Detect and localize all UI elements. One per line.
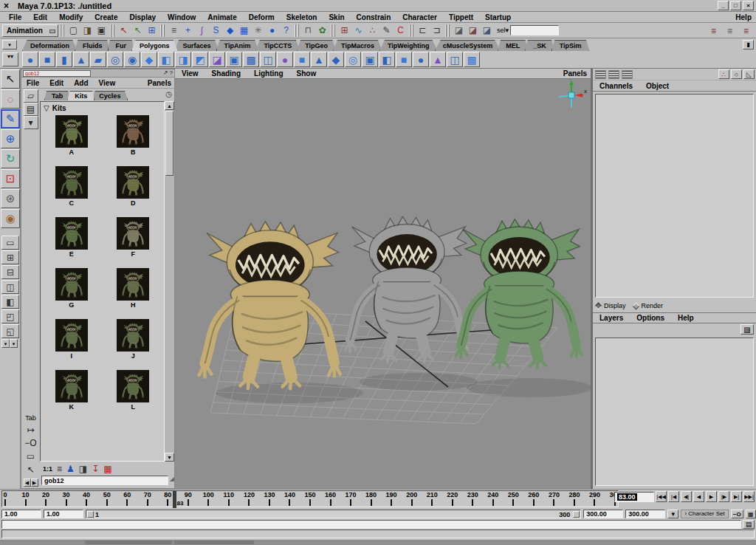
duplicate-face-icon[interactable]: ▩ bbox=[464, 52, 480, 67]
layout-persp-graph[interactable]: ◱ bbox=[1, 324, 19, 338]
quick-select-input[interactable] bbox=[510, 25, 559, 35]
kit-thumbnail-G[interactable] bbox=[55, 268, 88, 301]
kit-thumbnail-I[interactable] bbox=[55, 319, 88, 352]
tear-off-icon[interactable]: ↗ ? bbox=[163, 69, 173, 76]
import-icon[interactable]: ↧ bbox=[92, 464, 99, 474]
boolean-intersect-icon[interactable]: ◫ bbox=[260, 52, 276, 67]
select-component-icon[interactable]: ⊞ bbox=[145, 24, 159, 37]
magnet-icon[interactable]: C bbox=[394, 24, 408, 37]
lock-icon[interactable]: ⊓ bbox=[301, 24, 315, 37]
poly-sphere-icon[interactable]: ● bbox=[22, 52, 38, 67]
rotate-tool[interactable]: ↻ bbox=[1, 149, 20, 168]
subdiv-proxy-icon[interactable]: ◧ bbox=[158, 52, 174, 67]
play-forward-button[interactable]: ▶ bbox=[706, 491, 717, 502]
bevel-icon[interactable]: ▲ bbox=[311, 52, 327, 67]
panel-toggle-2-icon[interactable]: ≡ bbox=[723, 24, 737, 38]
render-current-frame-icon[interactable]: ◪ bbox=[452, 24, 466, 37]
visor-tab-tab[interactable]: Tab bbox=[44, 91, 70, 100]
highlight-mode-icon[interactable]: ≡ bbox=[167, 24, 181, 37]
poly-cube-icon[interactable]: ■ bbox=[39, 52, 55, 67]
shelf-tab-tipccts[interactable]: TipCCTS bbox=[255, 40, 300, 51]
shelf-tab-fur[interactable]: Fur bbox=[108, 40, 135, 51]
character-set-dropdown-icon[interactable]: ▼ bbox=[667, 510, 678, 518]
set-key-icon[interactable]: ↦ bbox=[24, 423, 38, 436]
channel-menu-channels[interactable]: Channels bbox=[593, 82, 639, 90]
kit-thumbnail-H[interactable] bbox=[117, 268, 149, 301]
menu-skin[interactable]: Skin bbox=[323, 13, 350, 21]
snap-plane-icon[interactable]: ◆ bbox=[223, 24, 237, 37]
shelf-tab-tipgeo[interactable]: TipGeo bbox=[297, 40, 336, 51]
kit-thumbnail-F[interactable] bbox=[117, 217, 149, 250]
playback-end-field[interactable] bbox=[583, 510, 623, 518]
boolean-union-icon[interactable]: ▣ bbox=[226, 52, 242, 67]
scroll-up-icon[interactable]: ▲ bbox=[165, 101, 174, 110]
cut-faces-icon[interactable]: ▣ bbox=[362, 52, 378, 67]
help-icon[interactable]: ? bbox=[279, 24, 293, 37]
kit-thumbnail-J[interactable] bbox=[117, 319, 149, 352]
speed-state-icon[interactable]: ○ bbox=[731, 69, 742, 79]
viewport-menu-panels[interactable]: Panels bbox=[563, 69, 587, 78]
extrude-icon[interactable]: ■ bbox=[294, 52, 310, 67]
menu-animate[interactable]: Animate bbox=[202, 13, 242, 21]
boolean-diff-icon[interactable]: ▩ bbox=[243, 52, 259, 67]
points-icon[interactable]: ∴ bbox=[365, 24, 379, 37]
curve-icon[interactable]: ∿ bbox=[351, 24, 365, 37]
shelf-tab-tipsim[interactable]: TipSim bbox=[551, 40, 590, 51]
show-manipulators-icon[interactable]: ∴ bbox=[718, 69, 729, 79]
menu-display[interactable]: Display bbox=[123, 13, 162, 21]
shelf-tab-mel[interactable]: MEL bbox=[498, 40, 528, 51]
insert-edge-loop-icon[interactable]: ■ bbox=[396, 52, 412, 67]
input-connections-icon[interactable]: ⊏ bbox=[416, 24, 430, 37]
key-icon[interactable]: −O bbox=[24, 436, 38, 450]
kits-list-area[interactable]: ▽ Kits ABCDEFGHIJKL bbox=[40, 101, 165, 462]
separate-icon[interactable]: ◩ bbox=[192, 52, 208, 67]
filter-icon[interactable]: ≡ bbox=[57, 464, 62, 474]
menu-modify[interactable]: Modify bbox=[53, 13, 89, 21]
kit-thumbnail-B[interactable] bbox=[117, 115, 149, 148]
scrollbar-thumb[interactable] bbox=[165, 111, 173, 176]
menu-constrain[interactable]: Constrain bbox=[351, 13, 397, 21]
viewport-menu-show[interactable]: Show bbox=[290, 69, 323, 78]
menu-skeleton[interactable]: Skeleton bbox=[281, 13, 323, 21]
menu-window[interactable]: Window bbox=[162, 13, 202, 21]
shelf-tab-polygons[interactable]: Polygons bbox=[131, 40, 178, 51]
folder-icon[interactable]: ▱ bbox=[24, 89, 38, 103]
paint-select-tool[interactable]: ✎ bbox=[1, 109, 20, 128]
soft-mod-tool[interactable]: ◉ bbox=[1, 209, 20, 228]
channel-menu-object[interactable]: Object bbox=[639, 82, 676, 90]
poly-cylinder-icon[interactable]: ▮ bbox=[56, 52, 72, 67]
kits-scrollbar[interactable]: ▲ ▼ bbox=[165, 101, 174, 462]
scroll-down-icon[interactable]: ▼ bbox=[165, 453, 174, 462]
poly-torus-icon[interactable]: ◎ bbox=[107, 52, 123, 67]
character-icon[interactable]: ♟ bbox=[66, 464, 75, 474]
save-scene-icon[interactable]: ▣ bbox=[94, 24, 109, 37]
offset-edge-icon[interactable]: ● bbox=[413, 52, 429, 67]
visor-tab-cycles[interactable]: Cycles bbox=[92, 91, 128, 100]
toolbox-mini-button-1[interactable]: ▾ bbox=[1, 339, 10, 348]
bridge-icon[interactable]: ◆ bbox=[328, 52, 344, 67]
shelf-tab-deformation[interactable]: Deformation bbox=[22, 40, 78, 51]
select-hierarchy-icon[interactable]: ↖ bbox=[117, 24, 131, 37]
toolbox-mini-button-2[interactable]: ▾ bbox=[10, 339, 18, 348]
mirror-geometry-icon[interactable]: ● bbox=[277, 52, 293, 67]
layers-menu-options[interactable]: Options bbox=[630, 314, 671, 322]
layout-hypergraph-persp[interactable]: ◰ bbox=[1, 309, 19, 323]
smooth-icon[interactable]: ◆ bbox=[141, 52, 157, 67]
open-scene-icon[interactable]: ◨ bbox=[80, 24, 94, 37]
kit-thumbnail-E[interactable] bbox=[55, 217, 88, 250]
new-scene-icon[interactable]: ▢ bbox=[66, 24, 80, 37]
append-icon[interactable]: ◎ bbox=[345, 52, 361, 67]
live-tree-icon[interactable]: ✿ bbox=[315, 24, 329, 37]
snap-curve-icon[interactable]: ∫ bbox=[195, 24, 209, 37]
lasso-tool[interactable]: ◌ bbox=[1, 89, 20, 109]
layer-list-area[interactable] bbox=[595, 337, 754, 486]
shelf-tab-surfaces[interactable]: Surfaces bbox=[175, 40, 219, 51]
channel-layout-3-icon[interactable] bbox=[622, 70, 633, 79]
select-tool[interactable]: ↖ bbox=[1, 69, 20, 89]
restore-button[interactable]: □ bbox=[730, 1, 741, 10]
resize-grip-icon[interactable]: ◢ bbox=[170, 476, 174, 485]
range-slider[interactable]: 1 300 bbox=[86, 510, 581, 518]
layers-menu-help[interactable]: Help bbox=[671, 314, 701, 322]
layers-menu-layers[interactable]: Layers bbox=[593, 314, 630, 322]
split-poly-icon[interactable]: ◧ bbox=[379, 52, 395, 67]
